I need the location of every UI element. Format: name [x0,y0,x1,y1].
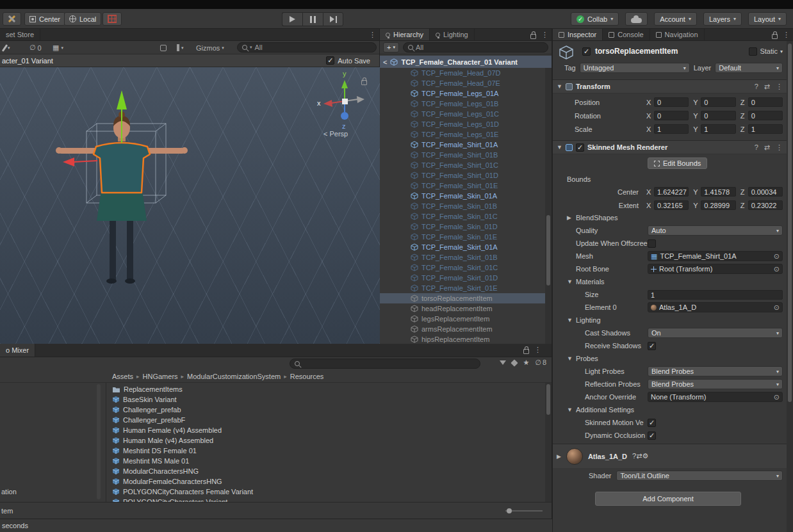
component-enabled-checkbox[interactable] [576,143,584,152]
project-asset-item[interactable]: BaseSkin Variant [107,394,545,405]
hierarchy-item[interactable]: TCP_Female_Legs_01B [380,99,545,109]
vector-z-field[interactable]: 0 [748,111,783,120]
collab-button[interactable]: ✓Collab▾ [571,12,619,26]
hierarchy-item[interactable]: torsoReplacementItem [380,293,545,303]
vector-z-field[interactable]: 0 [748,97,783,107]
scene-grid-toggle[interactable]: ▦▾ [53,43,63,52]
hierarchy-tab[interactable]: Lighting [430,29,475,40]
additional-settings-foldout[interactable]: ▼Additional Settings [553,403,783,416]
custom-tool-button[interactable] [3,12,21,26]
hierarchy-scrollbar[interactable] [545,68,552,344]
breadcrumb-item[interactable]: HNGamers▸ [143,373,188,380]
zoom-slider-knob[interactable] [507,508,512,513]
gear-icon[interactable]: ⚙ [642,452,648,460]
materials-size-field[interactable]: 1 [648,290,783,300]
active-checkbox[interactable] [582,47,591,56]
project-asset-item[interactable]: ModularFemaleCharactersHNG [107,476,545,487]
update-offscreen-checkbox[interactable] [648,239,656,248]
inspector-tab[interactable]: Navigation [650,29,705,40]
hierarchy-item[interactable]: TCP_Female_Skirt_01A [380,242,545,252]
help-icon[interactable]: ? [755,143,758,152]
hierarchy-item[interactable]: hipsReplacementItem [380,334,545,344]
vector-x-field[interactable]: 0 [654,97,689,107]
shader-dropdown[interactable]: Toon/Lit Outline▾ [616,471,783,481]
vector-y-field[interactable]: 1 [701,124,735,134]
object-picker-icon[interactable]: ⊙ [774,303,780,312]
scene-tool-settings-button[interactable] [160,43,167,52]
element0-object-field[interactable]: Atlas_1A_D⊙ [648,302,783,312]
lock-icon[interactable] [523,349,529,354]
quality-dropdown[interactable]: Auto▾ [648,225,783,236]
extent-x-field[interactable]: 0.32165 [654,200,689,210]
tree-scrollbar[interactable] [97,384,101,499]
lighting-foldout[interactable]: ▼Lighting [553,314,783,326]
panel-menu-icon[interactable]: ⋮ [781,31,791,39]
dynamic-occlusion-checkbox[interactable] [648,431,656,440]
hidden-count-toggle[interactable]: ∅8 [535,359,546,367]
cloud-button[interactable] [625,12,648,26]
project-asset-item[interactable]: Human Male (v4) Assembled [107,435,545,446]
hierarchy-item[interactable]: TCP_Female_Legs_01D [380,119,545,129]
project-scrollbar[interactable] [545,383,552,502]
layout-dropdown[interactable]: Layout▾ [748,12,787,26]
hierarchy-item[interactable]: TCP_Female_Head_07E [380,78,545,88]
project-asset-item[interactable]: POLYGONCityCharacters Female Variant [107,487,545,497]
help-icon[interactable]: ? [755,83,758,91]
project-asset-item[interactable]: ModularCharactersHNG [107,466,545,476]
layers-dropdown[interactable]: Layers▾ [703,12,742,26]
hierarchy-item[interactable]: TCP_Female_Legs_01C [380,109,545,119]
draw-mode-dropdown[interactable]: ▾ [177,43,184,52]
scene-search-input[interactable]: ▾All [237,42,377,52]
lock-icon[interactable] [530,34,536,39]
add-component-button[interactable]: Add Component [595,492,741,506]
center-y-field[interactable]: 1.41578 [701,187,735,197]
reflection-probes-dropdown[interactable]: Blend Probes▾ [648,379,783,389]
hierarchy-item[interactable]: TCP_Female_Skin_01D [380,222,545,232]
panel-menu-icon[interactable]: ⋮ [540,31,550,39]
axis-label-x[interactable]: x [317,99,321,107]
probes-foldout[interactable]: ▼Probes [553,352,783,365]
static-checkbox[interactable] [749,47,757,56]
project-search-input[interactable] [290,359,480,369]
project-asset-item[interactable]: Challenger_prefabF [107,415,545,425]
hierarchy-item[interactable]: TCP_Female_Shirt_01E [380,181,545,191]
breadcrumb-item[interactable]: Resources▸ [290,373,324,380]
panel-menu-icon[interactable]: ⋮ [368,31,377,39]
vector-y-field[interactable]: 0 [701,97,735,107]
preset-icon[interactable]: ⇄ [764,143,770,152]
project-asset-item[interactable]: ReplacementItems [107,384,545,394]
materials-foldout[interactable]: ▼Materials [553,275,783,288]
foldout-icon[interactable]: ▼ [557,144,562,150]
hierarchy-search-input[interactable]: All [403,42,548,52]
project-asset-item[interactable]: Meshtint DS Female 01 [107,446,545,456]
create-button[interactable]: +▾ [383,42,399,52]
pivot-local-button[interactable]: Local [64,12,101,26]
auto-save-checkbox[interactable] [326,56,334,65]
center-z-field[interactable]: 0.00034 [748,187,783,197]
hierarchy-item[interactable]: TCP_Female_Legs_01E [380,129,545,140]
gizmos-dropdown[interactable]: Gizmos▾ [196,43,224,52]
vector-z-field[interactable]: 1 [748,124,783,134]
panel-menu-icon[interactable]: ⋮ [533,346,543,354]
vector-x-field[interactable]: 1 [654,124,689,134]
object-picker-icon[interactable]: ⊙ [774,252,780,261]
project-asset-item[interactable]: Challenger_prefab [107,405,545,415]
hierarchy-item[interactable]: legsReplacementItem [380,314,545,324]
snap-grid-button[interactable] [102,12,122,26]
project-folder-tree[interactable]: ation em [0,383,106,502]
hierarchy-item[interactable]: TCP_Female_Skirt_01B [380,252,545,262]
hierarchy-item[interactable]: headReplacementItem [380,303,545,314]
pivot-center-button[interactable]: Center [24,12,65,26]
hierarchy-item[interactable]: TCP_Female_Skirt_01D [380,273,545,283]
preset-icon[interactable]: ⇄ [764,83,770,91]
component-menu-icon[interactable]: ⋮ [776,143,783,152]
material-header[interactable]: ▶ Atlas_1A_D ?⇄⚙ [553,444,793,468]
hierarchy-item[interactable]: TCP_Female_Shirt_01A [380,140,545,150]
hierarchy-item[interactable]: TCP_Female_Shirt_01D [380,170,545,181]
axis-label-y[interactable]: y [343,70,347,77]
skinned-mesh-renderer-header[interactable]: ▼ Skinned Mesh Renderer ?⇄⋮ [553,140,793,154]
skinned-motion-checkbox[interactable] [648,419,656,427]
inspector-tab[interactable]: Console [603,29,650,40]
anchor-override-object-field[interactable]: None (Transform)⊙ [648,392,783,402]
status-message[interactable]: seconds [2,522,28,529]
